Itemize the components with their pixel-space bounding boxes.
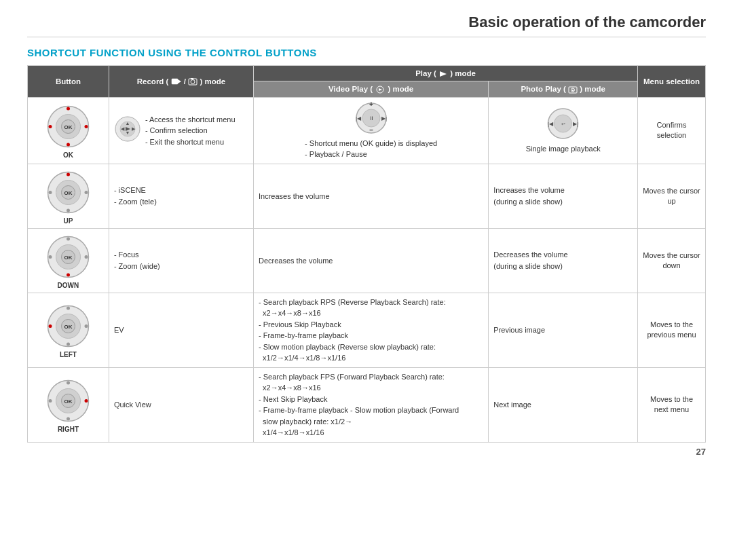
right-photo-cell: Next image (489, 367, 638, 442)
svg-point-16 (67, 143, 70, 147)
table-row: OK UP - iSCENE- Zoom (tele) Increases th… (28, 164, 706, 228)
up-record-text: - iSCENE- Zoom (tele) (114, 185, 248, 207)
down-dial-svg: OK (46, 235, 90, 279)
svg-text:|◀: |◀ (356, 115, 362, 122)
right-label: RIGHT (33, 426, 104, 433)
left-label: LEFT (33, 351, 104, 358)
svg-point-58 (67, 307, 70, 310)
svg-point-69 (84, 399, 88, 403)
up-video-cell: Increases the volume (253, 164, 488, 228)
svg-point-53 (84, 255, 88, 259)
page-number: 27 (27, 447, 706, 457)
up-menu-cell: Moves the cursor up (638, 164, 706, 228)
up-photo-text: Increases the volume(during a slide show… (493, 185, 633, 207)
record-ok-icon: ▲ ▼ ◀ ▶ (114, 115, 141, 143)
svg-text:|◀: |◀ (548, 121, 554, 127)
button-left-cell: OK LEFT (28, 293, 109, 367)
right-dial-svg: OK (46, 379, 90, 423)
right-menu-cell: Moves to the next menu (638, 367, 706, 442)
up-button-icon: OK (33, 170, 104, 214)
ok-label: OK (33, 151, 104, 159)
down-video-text: Decreases the volume (259, 255, 483, 267)
left-record-text: EV (114, 324, 248, 336)
shortcut-table: Button Record ( / ) mode Play ( (27, 65, 706, 443)
button-ok-cell: OK OK (28, 97, 109, 164)
header-photo-play: Photo Play ( ) mode (489, 81, 638, 98)
svg-point-60 (48, 324, 52, 328)
ok-photo-text: Single image playback (526, 143, 601, 155)
table-row: OK LEFT EV - Search playback RPS (Revers… (28, 293, 706, 367)
left-menu-cell: Moves to the previous menu (638, 293, 706, 367)
svg-point-52 (48, 255, 52, 259)
header-record: Record ( / ) mode (109, 66, 253, 98)
svg-point-66 (67, 381, 70, 385)
svg-point-43 (67, 208, 70, 212)
table-row: OK OK ▲ (28, 97, 706, 164)
svg-marker-10 (572, 89, 574, 91)
header-button: Button (28, 66, 109, 98)
svg-rect-4 (191, 78, 193, 79)
svg-point-44 (48, 191, 52, 194)
svg-rect-0 (172, 79, 178, 84)
svg-point-67 (67, 417, 70, 421)
left-menu-text: Moves to the previous menu (643, 320, 700, 341)
left-button-icon: OK (33, 304, 104, 348)
photo-play-icon (568, 86, 578, 94)
record-video-icon (171, 77, 182, 86)
down-photo-cell: Decreases the volume(during a slide show… (489, 228, 638, 293)
svg-text:▲: ▲ (125, 121, 130, 126)
up-label: UP (33, 217, 104, 225)
svg-point-18 (84, 125, 88, 128)
left-record-cell: EV (109, 293, 253, 367)
right-menu-text: Moves to the next menu (643, 394, 700, 415)
svg-text:OK: OK (64, 398, 72, 405)
right-record-cell: Quick View (109, 367, 253, 442)
up-dial-svg: OK (46, 170, 90, 214)
svg-text:⏸: ⏸ (369, 115, 374, 122)
svg-text:↩: ↩ (561, 122, 565, 126)
page-title: Basic operation of the camcorder (27, 14, 706, 37)
play-icon (438, 71, 448, 77)
svg-point-42 (67, 172, 70, 176)
svg-text:OK: OK (64, 324, 72, 330)
section-title: SHORTCUT FUNCTION USING THE CONTROL BUTT… (27, 47, 706, 58)
svg-text:▶|: ▶| (381, 115, 387, 122)
right-record-text: Quick View (114, 399, 248, 411)
right-video-text: - Search playback FPS (Forward Playback … (259, 371, 483, 438)
svg-text:+: + (369, 101, 373, 108)
down-photo-text: Decreases the volume(during a slide show… (493, 249, 633, 272)
svg-point-17 (48, 125, 52, 128)
video-play-icon (375, 86, 386, 94)
svg-point-45 (84, 191, 88, 194)
up-record-cell: - iSCENE- Zoom (tele) (109, 164, 253, 228)
up-menu-text: Moves the cursor up (643, 186, 700, 207)
header-play: Play ( ) mode (253, 66, 637, 81)
ok-record-cell: ▲ ▼ ◀ ▶ - Access the shortcut menu- Conf… (109, 97, 253, 164)
svg-point-15 (67, 107, 70, 111)
svg-text:OK: OK (64, 255, 72, 261)
down-menu-cell: Moves the cursor down (638, 228, 706, 293)
down-record-text: - Focus- Zoom (wide) (114, 249, 248, 272)
svg-text:–: – (369, 126, 373, 134)
button-up-cell: OK UP (28, 164, 109, 228)
down-menu-text: Moves the cursor down (643, 250, 700, 272)
svg-marker-5 (440, 71, 447, 77)
up-photo-cell: Increases the volume(during a slide show… (489, 164, 638, 228)
photo-ok-icon: |◀ ↩ ▶| (541, 107, 585, 141)
ok-dial-svg: OK (46, 105, 90, 149)
left-video-cell: - Search playback RPS (Reverse Playback … (253, 293, 488, 367)
ok-video-cell: |◀ ⏸ ▶| + – - Shortcut menu (OK guide) i… (253, 97, 488, 164)
svg-point-59 (67, 343, 70, 346)
svg-text:OK: OK (64, 190, 72, 196)
ok-menu-cell: Confirms selection (638, 97, 706, 164)
table-row: OK DOWN - Focus- Zoom (wide) Decreases t… (28, 228, 706, 293)
svg-marker-7 (379, 88, 382, 91)
right-video-cell: - Search playback FPS (Forward Playback … (253, 367, 488, 442)
header-menu: Menu selection (638, 66, 706, 98)
svg-text:▼: ▼ (125, 130, 130, 135)
svg-point-51 (67, 273, 70, 276)
svg-text:▶|: ▶| (573, 121, 578, 127)
ok-video-text: - Shortcut menu (OK guide) is displayed-… (305, 138, 437, 160)
svg-point-61 (84, 324, 88, 328)
svg-point-3 (191, 80, 195, 84)
